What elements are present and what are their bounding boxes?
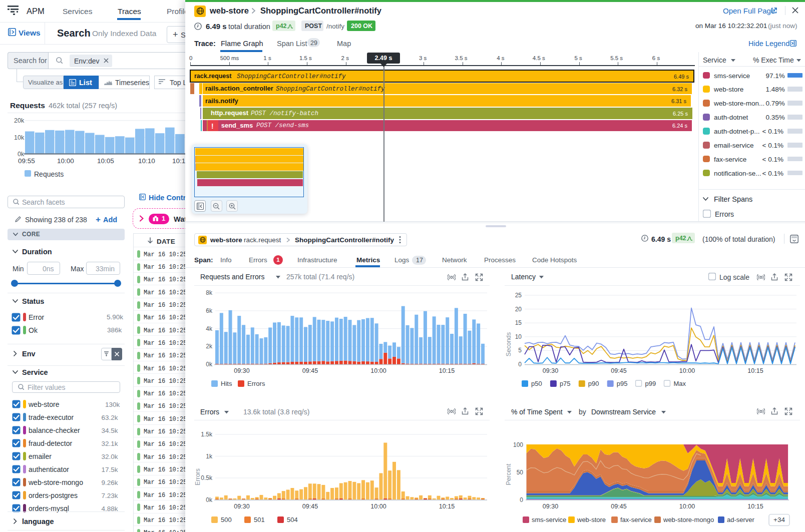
svg-text:0: 0 — [520, 496, 523, 503]
svg-text:10:15: 10:15 — [747, 503, 763, 510]
svg-text:09:30: 09:30 — [234, 367, 249, 374]
svg-text:09:30: 09:30 — [543, 367, 558, 374]
svg-text:p75: p75 — [560, 380, 571, 387]
svg-text:Seconds: Seconds — [505, 332, 512, 357]
svg-text:10:00: 10:00 — [370, 367, 386, 374]
svg-text:10:00: 10:00 — [370, 503, 386, 510]
svg-text:fax-service: fax-service — [620, 516, 652, 523]
svg-text:10:15: 10:15 — [439, 367, 455, 374]
svg-text:10:00: 10:00 — [679, 367, 695, 374]
svg-text:web-store: web-store — [577, 516, 606, 523]
svg-text:p50: p50 — [531, 380, 542, 387]
svg-text:10:00: 10:00 — [679, 503, 695, 510]
svg-text:+34: +34 — [773, 516, 785, 523]
svg-text:10:15: 10:15 — [747, 367, 763, 374]
svg-text:Max: Max — [674, 380, 686, 387]
svg-text:50: 50 — [517, 469, 524, 476]
svg-text:1.5k: 1.5k — [201, 431, 213, 438]
svg-text:09:30: 09:30 — [543, 503, 558, 510]
svg-text:504: 504 — [287, 516, 298, 523]
svg-text:Errors: Errors — [247, 380, 265, 387]
svg-text:501: 501 — [254, 516, 265, 523]
svg-text:09:45: 09:45 — [302, 367, 318, 374]
svg-text:09:45: 09:45 — [302, 503, 318, 510]
svg-text:p90: p90 — [588, 380, 599, 387]
svg-text:09:45: 09:45 — [611, 367, 626, 374]
svg-text:500: 500 — [221, 516, 232, 523]
svg-text:0k: 0k — [206, 496, 213, 503]
svg-text:4k: 4k — [206, 325, 213, 332]
svg-text:2k: 2k — [206, 343, 213, 350]
svg-text:Percent: Percent — [505, 463, 512, 485]
svg-text:p99: p99 — [645, 380, 656, 387]
svg-text:5: 5 — [518, 347, 522, 354]
svg-text:8k: 8k — [206, 289, 213, 296]
svg-text:sms-service: sms-service — [532, 516, 566, 523]
svg-text:15: 15 — [515, 319, 522, 326]
svg-text:10:15: 10:15 — [439, 503, 455, 510]
svg-text:10: 10 — [515, 333, 522, 340]
svg-text:25: 25 — [515, 292, 522, 299]
svg-text:Hits: Hits — [221, 380, 232, 387]
svg-text:web-store-mongo: web-store-mongo — [663, 516, 714, 523]
svg-text:09:45: 09:45 — [611, 503, 626, 510]
svg-text:100: 100 — [513, 441, 523, 448]
svg-text:0: 0 — [518, 361, 522, 368]
svg-text:p95: p95 — [617, 380, 628, 387]
svg-text:0.5k: 0.5k — [201, 474, 213, 481]
svg-text:Errors: Errors — [194, 468, 201, 485]
svg-text:6k: 6k — [206, 307, 213, 314]
svg-text:1k: 1k — [206, 453, 213, 460]
svg-text:09:30: 09:30 — [234, 503, 249, 510]
svg-text:20: 20 — [515, 306, 522, 313]
svg-text:ad-server: ad-server — [727, 516, 755, 523]
svg-text:0k: 0k — [206, 361, 213, 368]
